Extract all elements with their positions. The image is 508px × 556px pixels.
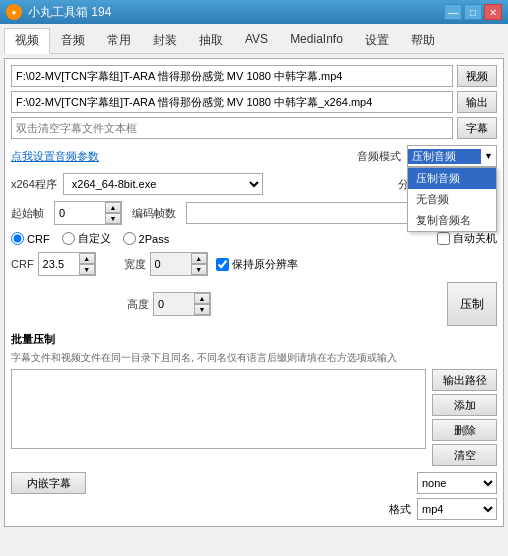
encode-params-label: 编码帧数 xyxy=(132,206,176,221)
height-input[interactable] xyxy=(154,293,194,315)
tab-extract[interactable]: 抽取 xyxy=(188,28,234,53)
width-down[interactable]: ▼ xyxy=(191,264,207,275)
compress-button[interactable]: 压制 xyxy=(447,282,497,326)
subtitle-file-input[interactable] xyxy=(11,117,453,139)
video-file-button[interactable]: 视频 xyxy=(457,65,497,87)
crf-input[interactable] xyxy=(39,253,79,275)
crf-radio[interactable] xyxy=(11,232,24,245)
audio-mode-arrow: ▼ xyxy=(481,151,496,161)
tab-avs[interactable]: AVS xyxy=(234,28,279,53)
start-frame-up[interactable]: ▲ xyxy=(105,202,121,213)
tab-mediainfo[interactable]: MediaInfo xyxy=(279,28,354,53)
clear-button[interactable]: 清空 xyxy=(432,444,497,466)
format-label: 格式 xyxy=(389,502,411,517)
custom-radio-item[interactable]: 自定义 xyxy=(62,231,111,246)
crf-value-label: CRF xyxy=(11,258,34,270)
output-path-button[interactable]: 输出路径 xyxy=(432,369,497,391)
video-file-row: 视频 xyxy=(11,65,497,87)
minimize-button[interactable]: — xyxy=(444,4,462,20)
audio-mode-container: 压制音频 ▼ 压制音频 无音频 复制音频名 xyxy=(407,145,497,167)
crf-radio-item[interactable]: CRF xyxy=(11,232,50,245)
auto-shutdown-label: 自动关机 xyxy=(453,231,497,246)
auto-shutdown-checkbox[interactable] xyxy=(437,232,450,245)
tab-mux[interactable]: 封装 xyxy=(142,28,188,53)
batch-desc: 字幕文件和视频文件在同一目录下且同名, 不同名仅有语言后缀则请填在右方选项或输入 xyxy=(11,351,497,365)
embed-subtitle-button[interactable]: 内嵌字幕 xyxy=(11,472,86,494)
keep-ratio-label: 保持原分辨率 xyxy=(232,257,298,272)
video-file-input[interactable] xyxy=(11,65,453,87)
height-spinner: ▲ ▼ xyxy=(194,293,210,315)
output-file-button[interactable]: 输出 xyxy=(457,91,497,113)
title-bar: ● 小丸工具箱 194 — □ ✕ xyxy=(0,0,508,24)
pass-radio-group: CRF 自定义 2Pass xyxy=(11,231,169,246)
audio-mode-option-0[interactable]: 压制音频 xyxy=(408,168,496,189)
subtitle-file-row: 字幕 xyxy=(11,117,497,139)
window-controls: — □ ✕ xyxy=(444,4,502,20)
batch-area-row: 输出路径 添加 删除 清空 xyxy=(11,369,497,466)
content-area: 视频 输出 字幕 点我设置音频参数 音频模式 压制音频 ▼ xyxy=(4,58,504,527)
format-row: 格式 mp4 mkv avi xyxy=(11,498,497,520)
audio-mode-selected: 压制音频 xyxy=(408,149,481,164)
batch-textarea[interactable] xyxy=(11,369,426,449)
audio-mode-dropdown: 压制音频 无音频 复制音频名 xyxy=(407,167,497,232)
batch-section: 批量压制 字幕文件和视频文件在同一目录下且同名, 不同名仅有语言后缀则请填在右方… xyxy=(11,332,497,466)
encoder-label: x264程序 xyxy=(11,177,57,192)
start-frame-input[interactable] xyxy=(55,202,105,224)
width-input[interactable] xyxy=(151,253,191,275)
crf-label: CRF xyxy=(27,233,50,245)
window-title: 小丸工具箱 194 xyxy=(28,4,111,21)
subtitle-select[interactable]: none xyxy=(417,472,497,494)
twopass-label: 2Pass xyxy=(139,233,170,245)
custom-radio[interactable] xyxy=(62,232,75,245)
output-file-input[interactable] xyxy=(11,91,453,113)
settings-audio-row: 点我设置音频参数 音频模式 压制音频 ▼ 压制音频 无音频 复制音频名 xyxy=(11,145,497,167)
app-icon: ● xyxy=(6,4,22,20)
menu-bar: 视频 音频 常用 封装 抽取 AVS MediaInfo 设置 帮助 xyxy=(4,28,504,54)
batch-buttons: 输出路径 添加 删除 清空 xyxy=(432,369,497,466)
width-up[interactable]: ▲ xyxy=(191,253,207,264)
format-select[interactable]: mp4 mkv avi xyxy=(417,498,497,520)
height-down[interactable]: ▼ xyxy=(194,304,210,315)
audio-mode-option-1[interactable]: 无音频 xyxy=(408,189,496,210)
encoder-select[interactable]: x264_64-8bit.exe xyxy=(63,173,263,195)
pass-row: CRF 自定义 2Pass 自动关机 xyxy=(11,231,497,246)
keep-ratio-checkbox[interactable] xyxy=(216,258,229,271)
crf-down[interactable]: ▼ xyxy=(79,264,95,275)
start-frame-label: 起始帧 xyxy=(11,206,44,221)
close-button[interactable]: ✕ xyxy=(484,4,502,20)
tab-video[interactable]: 视频 xyxy=(4,28,50,54)
audio-mode-select[interactable]: 压制音频 ▼ xyxy=(407,145,497,167)
twopass-radio[interactable] xyxy=(123,232,136,245)
maximize-button[interactable]: □ xyxy=(464,4,482,20)
audio-mode-option-2[interactable]: 复制音频名 xyxy=(408,210,496,231)
batch-title: 批量压制 xyxy=(11,332,497,347)
audio-mode-label: 音频模式 xyxy=(357,149,401,164)
output-file-row: 输出 xyxy=(11,91,497,113)
subtitle-file-button[interactable]: 字幕 xyxy=(457,117,497,139)
crf-up[interactable]: ▲ xyxy=(79,253,95,264)
tab-audio[interactable]: 音频 xyxy=(50,28,96,53)
settings-link[interactable]: 点我设置音频参数 xyxy=(11,149,99,164)
tab-common[interactable]: 常用 xyxy=(96,28,142,53)
add-button[interactable]: 添加 xyxy=(432,394,497,416)
twopass-radio-item[interactable]: 2Pass xyxy=(123,232,170,245)
width-label: 宽度 xyxy=(124,257,146,272)
crf-spinner: ▲ ▼ xyxy=(79,253,95,275)
tab-help[interactable]: 帮助 xyxy=(400,28,446,53)
start-frame-down[interactable]: ▼ xyxy=(105,213,121,224)
custom-label: 自定义 xyxy=(78,231,111,246)
tab-settings[interactable]: 设置 xyxy=(354,28,400,53)
height-label: 高度 xyxy=(127,297,149,312)
delete-button[interactable]: 删除 xyxy=(432,419,497,441)
auto-shutdown-container: 自动关机 xyxy=(437,231,497,246)
start-frame-spinner: ▲ ▼ xyxy=(105,202,121,224)
width-spinner: ▲ ▼ xyxy=(191,253,207,275)
height-up[interactable]: ▲ xyxy=(194,293,210,304)
